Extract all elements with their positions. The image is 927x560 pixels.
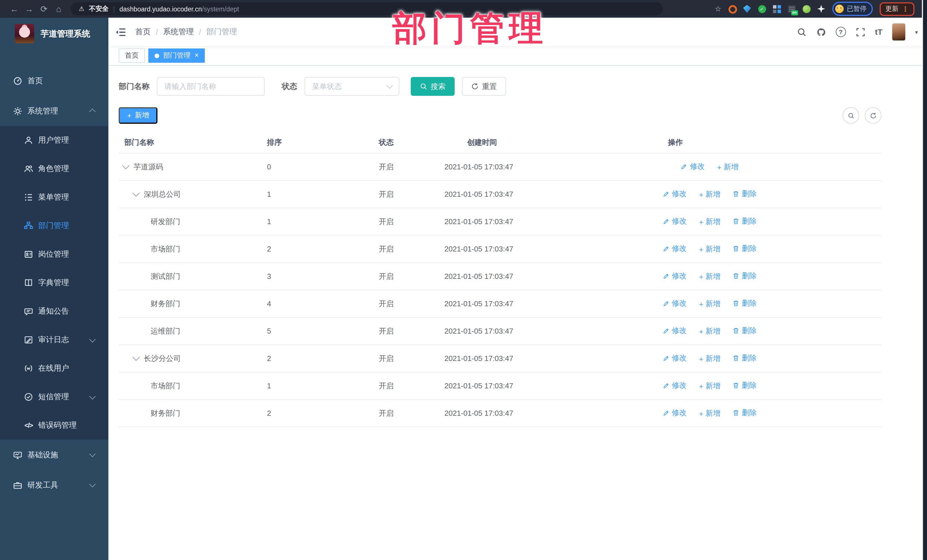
sidebar-item-roles[interactable]: 角色管理 (0, 155, 108, 183)
fullscreen-icon[interactable] (856, 27, 865, 37)
add-child-link[interactable]: +新增 (699, 190, 720, 200)
delete-link[interactable]: 删除 (733, 189, 757, 199)
warning-icon: ⚠ (79, 5, 84, 12)
add-child-link[interactable]: +新增 (699, 244, 720, 255)
plus-icon: + (699, 327, 703, 336)
trash-icon (733, 245, 740, 252)
sidebar-item-home[interactable]: 首页 (0, 65, 108, 96)
refresh-table-button[interactable] (865, 107, 881, 124)
address-bar[interactable]: ⚠ 不安全 | dashboard.yudao.iocoder.cn/syste… (71, 2, 663, 15)
sidebar-item-sms[interactable]: 短信管理 (0, 382, 108, 411)
add-button[interactable]: + 新增 (119, 107, 158, 124)
caret-down-icon[interactable]: ▾ (915, 29, 918, 35)
delete-link[interactable]: 删除 (733, 408, 757, 418)
edit-link[interactable]: 修改 (663, 271, 687, 281)
edit-link[interactable]: 修改 (681, 161, 705, 171)
sidebar-item-notice[interactable]: 通知公告 (0, 297, 108, 326)
tab-dept-management[interactable]: 部门管理 × (148, 49, 205, 63)
trash-icon (733, 355, 740, 361)
edit-link[interactable]: 修改 (663, 189, 687, 199)
profile-paused-pill[interactable]: 已暂停 (832, 2, 873, 16)
sidebar-item-online-users[interactable]: 在线用户 (0, 354, 108, 382)
plus-icon: + (717, 163, 721, 171)
edit-link[interactable]: 修改 (663, 408, 687, 418)
delete-link[interactable]: 删除 (733, 271, 757, 281)
add-child-link[interactable]: +新增 (699, 408, 720, 419)
browser-reload-icon[interactable]: ⟳ (36, 0, 51, 18)
sidebar-item-audit-log[interactable]: 审计日志 (0, 326, 108, 354)
expand-arrow-icon[interactable] (132, 189, 140, 196)
search-icon[interactable] (797, 27, 807, 37)
status-select[interactable]: 菜单状态 (305, 77, 399, 96)
breadcrumb-home[interactable]: 首页 (135, 27, 150, 37)
sidebar-item-infrastructure[interactable]: 基础设施 (0, 440, 108, 470)
monitor-icon (13, 450, 22, 459)
avatar[interactable] (892, 23, 905, 41)
expand-arrow-icon[interactable] (132, 353, 140, 360)
extension-star-icon[interactable] (817, 5, 825, 13)
extension-check-icon[interactable]: ✓ (758, 5, 766, 13)
edit-link[interactable]: 修改 (663, 298, 687, 308)
sidebar-item-system[interactable]: 系统管理 (0, 96, 108, 126)
delete-link[interactable]: 删除 (733, 298, 757, 308)
refresh-icon (870, 112, 877, 119)
sidebar-item-error-codes[interactable]: </> 错误码管理 (0, 411, 108, 440)
add-child-link[interactable]: +新增 (699, 272, 720, 282)
scrollbar[interactable] (922, 0, 927, 560)
browser-forward-icon[interactable]: → (22, 0, 36, 18)
sidebar-item-users[interactable]: 用户管理 (0, 126, 108, 155)
browser-home-icon[interactable]: ⌂ (51, 0, 66, 18)
delete-link[interactable]: 删除 (733, 353, 757, 363)
plus-icon: + (699, 410, 703, 418)
sidebar-item-dev-tools[interactable]: 研发工具 (0, 470, 108, 500)
sidebar-item-dict[interactable]: 字典管理 (0, 269, 108, 297)
add-child-link[interactable]: +新增 (699, 217, 720, 227)
id-badge-icon (24, 250, 33, 259)
edit-link[interactable]: 修改 (663, 326, 687, 336)
search-button[interactable]: 搜索 (411, 77, 454, 96)
tab-home[interactable]: 首页 (119, 49, 145, 63)
close-icon[interactable]: × (195, 52, 199, 59)
help-icon[interactable]: ? (836, 27, 846, 37)
gear-icon (13, 106, 22, 115)
delete-link[interactable]: 删除 (733, 243, 757, 254)
add-child-link[interactable]: +新增 (699, 354, 720, 364)
edit-link[interactable]: 修改 (663, 380, 687, 391)
github-icon[interactable] (816, 27, 826, 37)
app-logo-row[interactable]: 芋道管理系统 (0, 18, 108, 50)
extension-list-icon[interactable]: on (787, 5, 795, 13)
dept-name-input[interactable] (157, 77, 265, 96)
reset-button[interactable]: 重置 (462, 77, 506, 96)
created-value: 2021-01-05 17:03:47 (439, 399, 615, 427)
browser-update-button[interactable]: 更新 ⋮ (880, 2, 915, 16)
browser-back-icon[interactable]: ← (7, 0, 22, 18)
edit-link[interactable]: 修改 (663, 243, 687, 254)
font-size-icon[interactable]: tT (875, 27, 883, 36)
add-child-link[interactable]: +新增 (699, 381, 720, 392)
bookmark-star-icon[interactable]: ☆ (715, 5, 721, 13)
trash-icon (733, 190, 740, 197)
pencil-icon (663, 300, 669, 307)
extension-grid-icon[interactable] (773, 5, 781, 13)
edit-link[interactable]: 修改 (663, 353, 687, 363)
add-child-link[interactable]: +新增 (699, 326, 720, 337)
hamburger-collapse-icon[interactable] (115, 27, 126, 37)
more-menu-icon[interactable]: ⋮ (902, 5, 909, 13)
security-label[interactable]: 不安全 (89, 5, 109, 13)
sort-value: 5 (261, 317, 373, 345)
extension-gem-icon[interactable] (743, 5, 751, 13)
breadcrumb-system[interactable]: 系统管理 (163, 27, 194, 37)
extension-leaf-icon[interactable] (802, 5, 810, 13)
toggle-search-button[interactable] (843, 107, 859, 124)
edit-link[interactable]: 修改 (663, 216, 687, 226)
delete-link[interactable]: 删除 (733, 380, 757, 391)
extension-ring-icon[interactable] (728, 5, 736, 13)
add-child-link[interactable]: +新增 (717, 162, 739, 173)
sidebar-item-menus[interactable]: 菜单管理 (0, 183, 108, 212)
sidebar-item-departments[interactable]: 部门管理 (0, 212, 108, 240)
expand-arrow-icon[interactable] (122, 162, 129, 169)
delete-link[interactable]: 删除 (733, 216, 757, 226)
sidebar-item-posts[interactable]: 岗位管理 (0, 240, 108, 269)
add-child-link[interactable]: +新增 (699, 299, 720, 310)
delete-link[interactable]: 删除 (733, 326, 757, 336)
